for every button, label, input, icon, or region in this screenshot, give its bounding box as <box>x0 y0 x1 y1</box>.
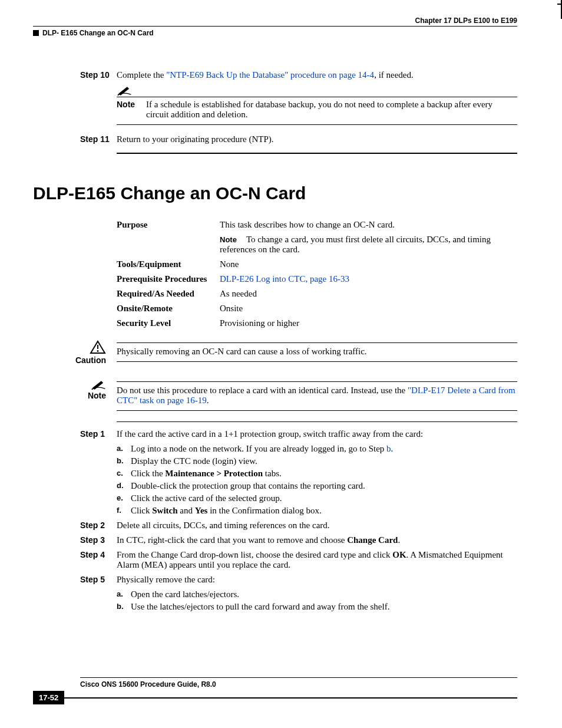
end-task-rule <box>117 153 517 154</box>
note-text: If a schedule is established for databas… <box>146 100 517 120</box>
start-steps-rule <box>117 421 517 422</box>
substep-text: Display the CTC node (login) view. <box>131 456 517 466</box>
substep-text: Use the latches/ejectors to pull the car… <box>131 602 517 612</box>
step-text: In CTC, right-click the card that you wa… <box>117 535 517 545</box>
substep-text: Double-click the protection group that c… <box>131 481 517 491</box>
meta-purpose-value: This task describes how to change an OC-… <box>220 218 523 232</box>
task-title: DLP-E165 Change an OC-N Card <box>33 183 517 203</box>
step-text: Delete all circuits, DCCs, and timing re… <box>117 521 517 531</box>
step-label: Step 1 <box>80 429 117 439</box>
meta-note-text: To change a card, you must first delete … <box>220 235 491 254</box>
step-10-text: Complete the "NTP-E69 Back Up the Databa… <box>117 70 517 80</box>
meta-security-value: Provisioning or higher <box>220 316 523 331</box>
step-label: Step 2 <box>80 521 117 531</box>
step-11-label: Step 11 <box>80 134 117 144</box>
crop-mark <box>554 0 562 19</box>
substep-text: Click the Maintenance > Protection tabs. <box>131 469 517 479</box>
section-marker-icon <box>33 30 39 36</box>
meta-tools-key: Tools/Equipment <box>117 257 220 272</box>
backup-link[interactable]: "NTP-E69 Back Up the Database" procedure… <box>166 70 374 80</box>
svg-point-1 <box>97 350 99 352</box>
substep-letter: a. <box>117 444 131 454</box>
meta-required-value: As needed <box>220 286 523 301</box>
substep-letter: a. <box>117 589 131 599</box>
note-label: Note <box>117 100 146 120</box>
substep-letter: c. <box>117 469 131 479</box>
footer-book-title: Cisco ONS 15600 Procedure Guide, R8.0 <box>80 677 517 689</box>
step-label: Step 5 <box>80 575 117 585</box>
prereq-link[interactable]: DLP-E26 Log into CTC, page 16-33 <box>220 274 349 284</box>
caution-label: Caution <box>75 355 106 365</box>
substep-letter: b. <box>117 602 131 612</box>
substep-text: Log into a node on the network. If you a… <box>131 444 517 454</box>
meta-security-key: Security Level <box>117 316 220 331</box>
note2-text: Do not use this procedure to replace a c… <box>117 386 517 406</box>
step-text: Physically remove the card: <box>117 575 517 585</box>
step-text: If the card the active card in a 1+1 pro… <box>117 429 517 439</box>
caution-text: Physically removing an OC-N card can cau… <box>117 347 517 357</box>
caution-triangle-icon <box>90 340 106 354</box>
step-text: From the Change Card drop-down list, cho… <box>117 550 517 570</box>
note2-label: Note <box>88 391 106 400</box>
header-rule <box>33 26 517 27</box>
footer-rule <box>64 697 517 699</box>
page-number-badge: 17-52 <box>33 691 64 704</box>
pencil-note-icon <box>117 85 132 95</box>
substep-link[interactable]: b <box>386 444 391 453</box>
meta-prereq-key: Prerequisite Procedures <box>117 272 220 286</box>
step-10-label: Step 10 <box>80 70 117 80</box>
meta-onsite-value: Onsite <box>220 301 523 316</box>
substep-text: Open the card latches/ejectors. <box>131 589 517 599</box>
meta-tools-value: None <box>220 257 523 272</box>
substep-letter: b. <box>117 456 131 466</box>
meta-note-label: Note <box>220 235 246 244</box>
step-11-text: Return to your originating procedure (NT… <box>117 134 517 144</box>
step-label: Step 3 <box>80 535 117 545</box>
meta-onsite-key: Onsite/Remote <box>117 301 220 316</box>
meta-purpose-key: Purpose <box>117 218 220 232</box>
meta-required-key: Required/As Needed <box>117 286 220 301</box>
section-label: DLP- E165 Change an OC-N Card <box>42 29 154 37</box>
step-label: Step 4 <box>80 550 117 570</box>
substep-letter: f. <box>117 506 131 516</box>
task-meta-table: Purpose This task describes how to chang… <box>117 218 523 331</box>
pencil-note-icon <box>91 379 106 390</box>
substep-text: Click Switch and Yes in the Confirmation… <box>131 506 517 516</box>
substep-text: Click the active card of the selected gr… <box>131 493 517 503</box>
chapter-header: Chapter 17 DLPs E100 to E199 <box>33 17 517 25</box>
substep-letter: e. <box>117 493 131 503</box>
substep-letter: d. <box>117 481 131 491</box>
